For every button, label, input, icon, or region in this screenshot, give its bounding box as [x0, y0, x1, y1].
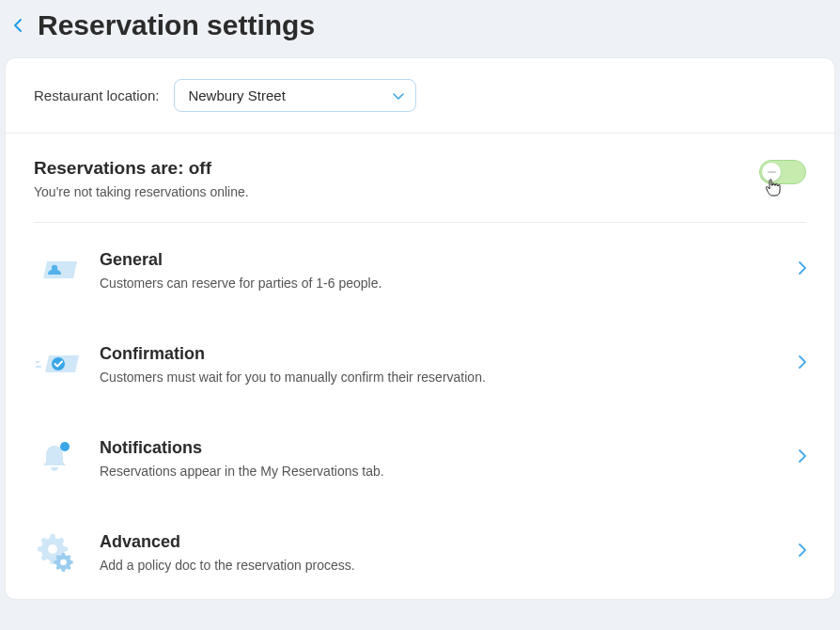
setting-title: Notifications	[100, 438, 799, 458]
setting-title: Confirmation	[100, 344, 799, 364]
chevron-right-icon	[799, 449, 806, 466]
chevron-down-icon	[393, 87, 404, 104]
setting-description: Customers can reserve for parties of 1-6…	[100, 276, 799, 291]
svg-point-4	[60, 442, 70, 451]
location-select[interactable]: Newbury Street	[174, 79, 416, 112]
notifications-icon	[34, 435, 100, 480]
reservations-toggle[interactable]	[759, 160, 806, 184]
general-icon	[34, 247, 100, 292]
cursor-pointer-icon	[764, 178, 783, 203]
location-label: Restaurant location:	[34, 87, 159, 103]
reservations-status-title: Reservations are: off	[34, 158, 249, 179]
setting-row-confirmation[interactable]: Confirmation Customers must wait for you…	[6, 317, 834, 411]
location-selected-value: Newbury Street	[188, 87, 285, 103]
svg-point-5	[48, 544, 57, 554]
setting-description: Customers must wait for you to manually …	[100, 370, 799, 385]
chevron-right-icon	[799, 543, 806, 560]
svg-point-3	[52, 357, 65, 370]
svg-rect-1	[36, 361, 39, 363]
reservations-status-description: You're not taking reservations online.	[34, 184, 249, 199]
svg-point-6	[60, 559, 67, 566]
svg-rect-2	[36, 366, 41, 368]
advanced-icon	[34, 529, 100, 575]
chevron-right-icon	[799, 261, 806, 278]
setting-row-advanced[interactable]: Advanced Add a policy doc to the reserva…	[6, 505, 834, 599]
setting-row-general[interactable]: General Customers can reserve for partie…	[6, 223, 834, 317]
chevron-right-icon	[799, 355, 806, 372]
setting-title: General	[100, 250, 799, 270]
page-title: Reservation settings	[38, 9, 315, 41]
confirmation-icon	[34, 341, 100, 386]
back-button[interactable]	[13, 18, 23, 33]
setting-description: Add a policy doc to the reservation proc…	[100, 558, 799, 573]
setting-description: Reservations appear in the My Reservatio…	[100, 464, 799, 479]
setting-row-notifications[interactable]: Notifications Reservations appear in the…	[6, 411, 834, 505]
setting-title: Advanced	[100, 532, 799, 552]
toggle-knob	[762, 163, 781, 181]
